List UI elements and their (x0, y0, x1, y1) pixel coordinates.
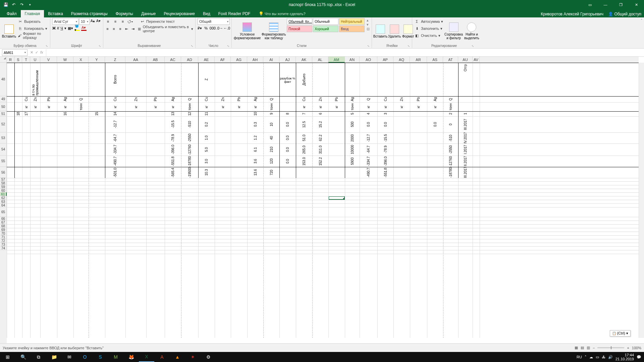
minimize-icon[interactable]: — (598, 0, 613, 9)
row-header-67[interactable]: 67 (0, 221, 7, 224)
font-color-icon[interactable]: A▾ (81, 25, 87, 31)
row-header-57[interactable]: 57 (0, 178, 7, 181)
ribbon-opts-icon[interactable]: ▭ (582, 0, 598, 9)
row-header-60[interactable]: 60 (0, 189, 7, 192)
col-header-AT[interactable]: AT (443, 57, 458, 63)
col-header-AA[interactable]: AA (125, 57, 146, 63)
row-header-50[interactable]: 50 (0, 102, 7, 111)
style-good[interactable]: Хороший (313, 25, 338, 32)
row-header-56[interactable]: 56 (0, 167, 7, 178)
row-header-72[interactable]: 72 (0, 239, 7, 243)
row-header-62[interactable]: 62 (0, 196, 7, 200)
orientation-icon[interactable]: ⭯▾ (127, 19, 133, 24)
firefox-icon[interactable]: 🦊 (123, 352, 139, 362)
tray-clock[interactable]: 17:44 21.10.2019 (615, 353, 634, 361)
bold-button[interactable]: Ж (52, 26, 56, 30)
fill-color-icon[interactable]: 🪣▾ (74, 25, 80, 31)
style-neutral[interactable]: Нейтральный (339, 18, 365, 25)
redo-icon[interactable]: ↷ (18, 1, 25, 8)
col-header-AV[interactable]: AV (473, 57, 480, 63)
col-header-AL[interactable]: AL (312, 57, 328, 63)
col-header-AM[interactable]: AM (328, 57, 345, 63)
name-box[interactable]: AM61 (2, 49, 28, 56)
tab-file[interactable]: Файл (3, 10, 21, 17)
row-header-69[interactable]: 69 (0, 228, 7, 232)
share-button[interactable]: 👤 Общий доступ (608, 12, 641, 16)
style-bad[interactable]: Плохой (287, 25, 312, 32)
row-header-58[interactable]: 58 (0, 181, 7, 185)
col-header-AP[interactable]: AP (377, 57, 393, 63)
style-more-icon[interactable]: ⊟ (367, 27, 370, 31)
search-icon[interactable]: 🔍 (15, 352, 31, 362)
row-header-54[interactable]: 54 (0, 143, 7, 156)
col-header-AO[interactable]: AO (360, 57, 377, 63)
app2-icon[interactable]: M (108, 352, 123, 362)
comma-icon[interactable]: 000 (210, 25, 215, 31)
app3-icon[interactable]: ✴ (185, 352, 201, 362)
col-header-AG[interactable]: AG (231, 57, 247, 63)
col-header-AJ[interactable]: AJ (279, 57, 296, 63)
align-right-icon[interactable]: ≡ (118, 26, 122, 32)
col-header-R[interactable]: R (7, 57, 14, 63)
row-header-49[interactable]: 49 (0, 96, 7, 102)
percent-icon[interactable]: % (204, 25, 209, 31)
merge-button[interactable]: ⊞Объединить и поместить в центре ▾ (137, 25, 193, 32)
tray-battery-icon[interactable]: ▭ (596, 355, 599, 359)
sort-filter-button[interactable]: Сортировка и фильтр (444, 18, 463, 44)
col-header-X[interactable]: X (73, 57, 89, 63)
font-size-combo[interactable]: 10 (79, 18, 90, 25)
skype-icon[interactable]: S (93, 352, 108, 362)
fx-icon[interactable]: fx (40, 50, 43, 55)
row-header-66[interactable]: 66 (0, 217, 7, 221)
underline-button[interactable]: Ч (60, 26, 63, 30)
cut-button[interactable]: ✂Вырезать (17, 18, 48, 25)
row-header-68[interactable]: 68 (0, 224, 7, 228)
align-bottom-icon[interactable]: ≡ (120, 19, 125, 24)
fill-button[interactable]: ⬇Заполнить ▾ (414, 25, 443, 32)
col-header-AN[interactable]: AN (345, 57, 360, 63)
col-header-AC[interactable]: AC (165, 57, 181, 63)
row-headers[interactable]: 4849505152535455565758596061626364656667… (0, 63, 7, 343)
indent-inc-icon[interactable]: ⇥ (131, 26, 135, 32)
col-header-AF[interactable]: AF (215, 57, 231, 63)
col-header-AQ[interactable]: AQ (393, 57, 410, 63)
delete-cells-button[interactable]: Удалить (388, 18, 401, 44)
align-center-icon[interactable]: ≡ (112, 26, 116, 32)
row-header-71[interactable]: 71 (0, 235, 7, 239)
paste-options-popup[interactable]: 📋 (Ctrl) ▾ (610, 330, 631, 337)
account-name[interactable]: Криворотов Алексей Григорьевич (541, 12, 603, 16)
dec-decimal-icon[interactable]: ←.0 (224, 25, 229, 31)
row-header-53[interactable]: 53 (0, 132, 7, 143)
tab-view[interactable]: Вид (199, 10, 214, 17)
zoom-slider[interactable] (597, 347, 624, 348)
active-cell[interactable] (328, 196, 345, 200)
col-header-W[interactable]: W (57, 57, 73, 63)
tell-me[interactable]: 💡 Что вы хотите сделать? (255, 10, 310, 17)
col-header-AS[interactable]: AS (427, 57, 443, 63)
tray-up-icon[interactable]: ˄ (585, 355, 587, 359)
grid-area[interactable]: 📋 (Ctrl) ▾ ВсегоZразубож % фактДобытоОтг… (7, 63, 639, 338)
row-header-55[interactable]: 55 (0, 156, 7, 167)
autosum-button[interactable]: ΣАвтосумма ▾ (414, 18, 443, 25)
tab-data[interactable]: Данные (137, 10, 160, 17)
col-header-AK[interactable]: AK (296, 57, 312, 63)
col-header-AD[interactable]: AD (181, 57, 198, 63)
col-header-AH[interactable]: AH (247, 57, 263, 63)
collapse-ribbon-icon[interactable]: ⌃ (640, 18, 643, 22)
worksheet[interactable]: ◢ RSTUVWXYZAAABACADAEAFAGAHAIAJAKALAMANA… (0, 57, 644, 343)
increase-font-icon[interactable]: A▴ (90, 18, 95, 23)
align-top-icon[interactable]: ≡ (105, 19, 111, 24)
close-icon[interactable]: ✕ (629, 0, 644, 9)
tray-network-icon[interactable]: 🖧 (602, 355, 605, 359)
formula-input[interactable] (46, 49, 644, 56)
save-icon[interactable]: 💾 (2, 1, 9, 8)
col-header-AE[interactable]: AE (198, 57, 215, 63)
col-header-Z[interactable]: Z (105, 57, 125, 63)
vlc-icon[interactable]: ▲ (170, 352, 185, 362)
tab-home[interactable]: Главная (21, 10, 44, 17)
style-scroll-up-icon[interactable]: ▴ (367, 18, 370, 22)
tab-insert[interactable]: Вставка (44, 10, 67, 17)
tab-formulas[interactable]: Формулы (112, 10, 137, 17)
row-header-61[interactable]: 61 (0, 192, 7, 196)
find-select-button[interactable]: Найти и выделить (464, 18, 479, 44)
